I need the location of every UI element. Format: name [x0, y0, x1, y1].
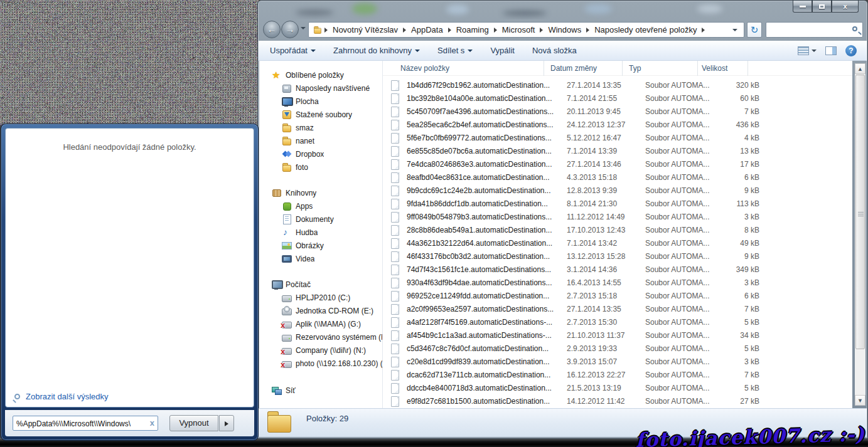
- film-icon: [282, 254, 292, 264]
- sidebar-item-foto[interactable]: foto: [259, 160, 382, 174]
- cell-type: Soubor AUTOMA...: [639, 305, 714, 313]
- table-row[interactable]: a2c0f99653ea2597.automaticDestinations..…: [383, 302, 852, 315]
- sidebar-item-dokumenty[interactable]: Dokumenty: [259, 213, 382, 226]
- sidebar-item-apps[interactable]: Apps: [259, 199, 382, 213]
- sidebar-item-plocha[interactable]: Plocha: [259, 95, 382, 108]
- sidebar-item-label: HPLJP2010 (C:): [296, 293, 350, 302]
- see-more-results-link[interactable]: Zobrazit další výsledky: [14, 392, 109, 401]
- table-row[interactable]: 5f6e7bc0fb699772.automaticDestinations..…: [383, 131, 852, 144]
- table-row[interactable]: 74d7f43c1561fc1e.automaticDestinations..…: [383, 263, 852, 276]
- toolbar-button[interactable]: Sdílet s: [431, 43, 479, 58]
- table-row[interactable]: 46f433176bc0b3d2.automaticDestination...…: [383, 250, 852, 263]
- help-icon[interactable]: ?: [845, 45, 857, 56]
- sidebar-item-s[interactable]: Síť: [259, 384, 382, 397]
- search-input[interactable]: [769, 24, 847, 36]
- scroll-up-icon[interactable]: ▲: [855, 63, 865, 74]
- table-row[interactable]: 1b4dd67f29cb1962.automaticDestination...…: [383, 78, 852, 92]
- address-dropdown-icon[interactable]: [732, 29, 737, 31]
- table-row[interactable]: 9ff0849b054879b3.automaticDestinations..…: [383, 210, 852, 223]
- breadcrumb-separator-icon[interactable]: [702, 28, 705, 33]
- table-row[interactable]: 8eafbd04ec8631ce.automaticDestination...…: [383, 171, 852, 184]
- vertical-scrollbar[interactable]: ▲ ▼: [855, 63, 865, 406]
- table-row[interactable]: 5ea285eca6c2b4ef.automaticDestinations..…: [383, 118, 852, 131]
- breadcrumb-item[interactable]: Roaming: [453, 25, 492, 34]
- sidebar-item-photo-192-168-10-230[interactable]: photo (\\192.168.10.230) (: [259, 357, 382, 370]
- column-header-type[interactable]: Typ: [623, 61, 698, 76]
- preview-pane-icon[interactable]: [825, 46, 837, 55]
- table-row[interactable]: 28c8b86deab549a1.automaticDestination...…: [383, 223, 852, 236]
- column-header-date[interactable]: Datum změny: [544, 61, 623, 76]
- shutdown-options-button[interactable]: [219, 415, 234, 431]
- sidebar-item-sta-en-soubory[interactable]: Stažené soubory: [259, 108, 382, 121]
- table-row[interactable]: 44a3621b32122d64.automaticDestination...…: [383, 236, 852, 250]
- table-row[interactable]: a4af2128f74f5169.automaticDestinations-.…: [383, 315, 852, 329]
- table-row[interactable]: 969252ce11249fdd.automaticDestination...…: [383, 289, 852, 302]
- sidebar-item-aplik-mama-g[interactable]: Aplik (\\MAMA) (G:): [259, 317, 382, 330]
- sidebar-item-nanet[interactable]: nanet: [259, 134, 382, 147]
- table-row[interactable]: ddccb4e8400718d3.automaticDestination...…: [383, 381, 852, 394]
- breadcrumb-separator-icon[interactable]: [403, 28, 406, 33]
- toolbar-button[interactable]: Uspořádat: [264, 43, 322, 58]
- clear-search-icon[interactable]: x: [150, 418, 154, 428]
- breadcrumb-item[interactable]: AppData: [408, 25, 446, 34]
- sidebar-item-knihovny[interactable]: Knihovny: [259, 186, 382, 199]
- sidebar-item-obl-ben-polo-ky[interactable]: Oblíbené položky: [259, 68, 382, 82]
- sidebar-item-dropbox[interactable]: Dropbox: [259, 147, 382, 160]
- table-row[interactable]: 930a4f63df9b4dae.automaticDestinations..…: [383, 276, 852, 289]
- table-row[interactable]: 9b9cdc69c1c24e2b.automaticDestination...…: [383, 184, 852, 197]
- back-button[interactable]: ←: [263, 21, 281, 38]
- start-search-input[interactable]: [16, 418, 142, 429]
- toolbar-button[interactable]: Vypálit: [484, 43, 521, 58]
- column-header-name[interactable]: Název položky: [383, 61, 544, 76]
- refresh-button[interactable]: ↻: [747, 22, 762, 38]
- sidebar-item-hudba[interactable]: Hudba: [259, 226, 382, 239]
- table-row[interactable]: af454b9c1c1a3ad.automaticDestinations-..…: [383, 329, 852, 342]
- search-icon[interactable]: [852, 26, 857, 31]
- scroll-down-icon[interactable]: ▼: [855, 395, 865, 406]
- sidebar-item-rezervov-no-syst-mem-h[interactable]: Rezervováno systémem (H: [259, 330, 382, 344]
- sidebar-item-smaz[interactable]: smaz: [259, 121, 382, 134]
- table-row[interactable]: 5c450709f7ae4396.automaticDestinations..…: [383, 105, 852, 118]
- cell-name: 9fda41b86ddcf1db.automaticDestination...: [407, 199, 560, 208]
- sidebar-item-jednotka-cd-rom-e[interactable]: Jednotka CD-ROM (E:): [259, 304, 382, 317]
- scrollbar-thumb[interactable]: [855, 75, 865, 349]
- file-icon: [390, 238, 400, 248]
- breadcrumb-item[interactable]: Novotný Vítězslav: [330, 25, 401, 34]
- breadcrumb-separator-icon[interactable]: [586, 28, 589, 33]
- table-row[interactable]: dcac62d713e711cb.automaticDestination...…: [383, 368, 852, 381]
- maximize-button[interactable]: [812, 1, 832, 13]
- table-row[interactable]: 6e855c85de07bc6a.automaticDestination...…: [383, 144, 852, 157]
- close-button[interactable]: x: [832, 1, 859, 13]
- breadcrumb-item[interactable]: Windows: [545, 25, 584, 34]
- table-row[interactable]: 1bc392b8e104a00e.automaticDestination...…: [383, 92, 852, 105]
- sidebar-item-label: nanet: [296, 137, 314, 145]
- forward-button[interactable]: →: [281, 21, 299, 38]
- sidebar-item-po-ta[interactable]: Počítač: [259, 278, 382, 291]
- sidebar-item-label: Dokumenty: [296, 215, 334, 224]
- sidebar-item-hpljp2010-c[interactable]: HPLJP2010 (C:): [259, 291, 382, 304]
- column-header-size[interactable]: Velikost: [698, 61, 748, 76]
- change-view-icon[interactable]: [798, 46, 809, 55]
- window-titlebar[interactable]: [258, 1, 867, 19]
- shutdown-button[interactable]: Vypnout: [169, 415, 218, 431]
- breadcrumb-separator-icon[interactable]: [448, 28, 451, 33]
- table-row[interactable]: 7e4dca80246863e3.automaticDestination...…: [383, 157, 852, 171]
- minimize-button[interactable]: [793, 1, 812, 13]
- breadcrumb-separator-icon[interactable]: [540, 28, 543, 33]
- view-dropdown-icon[interactable]: [812, 50, 817, 52]
- table-row[interactable]: c5d3467c8c76d0cf.automaticDestination...…: [383, 342, 852, 355]
- breadcrumb-item[interactable]: Microsoft: [499, 25, 538, 34]
- table-row[interactable]: e9f8d27c681b1500.automaticDestination...…: [383, 394, 852, 408]
- cell-name: 8eafbd04ec8631ce.automaticDestination...: [407, 173, 560, 182]
- sidebar-item-obr-zky[interactable]: Obrázky: [259, 239, 382, 252]
- table-row[interactable]: 9fda41b86ddcf1db.automaticDestination...…: [383, 197, 852, 210]
- sidebar-item-naposledy-nav-t-ven[interactable]: Naposledy navštívené: [259, 82, 382, 95]
- sidebar-item-company-dil-r-n[interactable]: Company (\\dil\r) (N:): [259, 344, 382, 357]
- toolbar-button[interactable]: Nová složka: [526, 43, 583, 58]
- breadcrumb-separator-icon[interactable]: [494, 28, 497, 33]
- toolbar-button[interactable]: Zahrnout do knihovny: [327, 43, 426, 58]
- breadcrumb-item[interactable]: Naposledy otevřené položky: [591, 25, 700, 34]
- table-row[interactable]: c20e8d1cd99df839.automaticDestination...…: [383, 355, 852, 368]
- history-dropdown-icon[interactable]: [301, 27, 306, 29]
- sidebar-item-videa[interactable]: Videa: [259, 252, 382, 265]
